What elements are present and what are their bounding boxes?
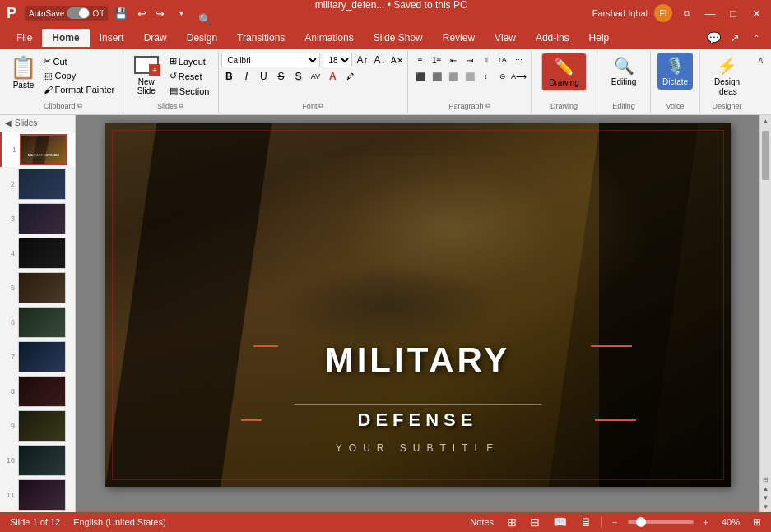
dictate-button[interactable]: 🎙️ Dictate <box>657 53 693 90</box>
paragraph-expand-icon[interactable]: ⧉ <box>485 102 490 110</box>
underline-button[interactable]: U <box>256 69 271 84</box>
tab-transitions[interactable]: Transitions <box>227 29 295 47</box>
search-icon[interactable]: 🔍 <box>197 11 213 27</box>
maximize-button[interactable]: □ <box>725 5 741 21</box>
clipboard-expand-icon[interactable]: ⧉ <box>77 102 82 110</box>
tab-help[interactable]: Help <box>579 29 620 47</box>
section-button[interactable]: ▤ Section <box>166 84 213 98</box>
char-spacing-button[interactable]: AV <box>308 69 323 84</box>
smart-art-convert-button[interactable]: ⋯ <box>512 53 527 67</box>
slide-sorter-button[interactable]: ⊟ <box>527 514 543 530</box>
drawing-button[interactable]: ✏️ Drawing <box>541 53 587 91</box>
tab-insert[interactable]: Insert <box>90 29 134 47</box>
tab-addins[interactable]: Add-ins <box>526 29 579 47</box>
decrease-indent-button[interactable]: ⇤ <box>446 53 461 67</box>
align-center-button[interactable]: ⬛ <box>430 69 444 84</box>
canvas-scrollbar[interactable]: ▲ ⊟ ▲ ▼ ▼ <box>759 115 771 512</box>
increase-indent-button[interactable]: ⇥ <box>462 53 477 67</box>
layout-button[interactable]: ⊞ Layout <box>166 54 213 68</box>
share-button[interactable]: ↗ <box>727 30 743 46</box>
autosave-toggle[interactable] <box>67 7 90 19</box>
language-indicator[interactable]: English (United States) <box>70 516 170 529</box>
customize-qat-button[interactable]: ▼ <box>174 5 190 21</box>
scroll-fit-button[interactable]: ⊟ <box>760 476 772 483</box>
clear-format-button[interactable]: A✕ <box>389 53 404 67</box>
slide-thumbnail[interactable] <box>18 479 66 511</box>
minimize-button[interactable]: — <box>702 5 718 21</box>
slide-item[interactable]: 3 <box>0 201 75 236</box>
undo-button[interactable]: ↩ <box>134 5 151 21</box>
text-direction-button[interactable]: ↕A <box>495 53 510 67</box>
increase-font-button[interactable]: A↑ <box>355 53 369 67</box>
copy-button[interactable]: ⿻ Copy <box>40 69 118 82</box>
tab-view[interactable]: View <box>485 29 526 47</box>
slide-item[interactable]: 11 <box>0 478 75 512</box>
scrollbar-thumb[interactable] <box>762 131 769 180</box>
shadow-button[interactable]: S <box>290 69 305 84</box>
font-name-select[interactable]: Calibri <box>221 53 320 67</box>
autosave-badge[interactable]: AutoSave Off <box>25 6 108 21</box>
tab-file[interactable]: File <box>7 29 42 47</box>
highlight-button[interactable]: 🖍 <box>342 69 357 84</box>
text-shadow-para-button[interactable]: A⟶ <box>512 69 527 84</box>
collapse-ribbon-button[interactable]: ⌃ <box>748 30 764 46</box>
collapse-ribbon-btn[interactable]: ∧ <box>755 53 766 67</box>
slide-thumbnail[interactable] <box>18 376 66 407</box>
close-button[interactable]: ✕ <box>748 5 764 21</box>
slide-item[interactable]: 5 <box>0 271 75 305</box>
paste-button[interactable]: 📋 Paste <box>7 53 39 92</box>
decrease-font-button[interactable]: A↓ <box>372 53 387 67</box>
slides-expand-icon[interactable]: ⧉ <box>179 102 183 110</box>
tab-home[interactable]: Home <box>42 29 89 47</box>
slide-thumbnail[interactable] <box>18 238 66 269</box>
align-right-button[interactable]: ⬛ <box>446 69 461 84</box>
slide-thumbnail[interactable]: MILITARY DEFENSE <box>20 134 67 165</box>
scroll-prev-slide-button[interactable]: ▲ <box>760 485 772 493</box>
tab-animations[interactable]: Animations <box>295 29 363 47</box>
collapse-panel-icon[interactable]: ◀ <box>5 118 12 127</box>
columns-button[interactable]: ⫴ <box>479 53 494 67</box>
align-left-button[interactable]: ⬛ <box>413 69 428 84</box>
slide-thumbnail[interactable] <box>18 341 66 372</box>
slide-canvas[interactable]: MILITARY DEFENSE YOUR SUBTITLE <box>105 123 731 487</box>
zoom-in-button[interactable]: + <box>700 516 712 529</box>
tab-design[interactable]: Design <box>177 29 227 47</box>
slide-thumbnail[interactable] <box>18 272 66 303</box>
canvas-area[interactable]: MILITARY DEFENSE YOUR SUBTITLE <box>76 115 759 512</box>
slide-item[interactable]: 4 <box>0 236 75 271</box>
slide-item[interactable]: 7 <box>0 340 75 374</box>
slide-thumbnail[interactable] <box>18 203 66 234</box>
bullets-button[interactable]: ≡ <box>413 53 428 67</box>
font-size-select[interactable]: 18 <box>323 53 352 67</box>
slide-list[interactable]: 1 MILITARY DEFENSE 2 3 4 5 <box>0 131 75 512</box>
slide-item[interactable]: 1 MILITARY DEFENSE <box>0 132 75 167</box>
bold-button[interactable]: B <box>221 69 236 84</box>
slide-item[interactable]: 10 <box>0 443 75 478</box>
cut-button[interactable]: ✂ Cut <box>40 54 118 68</box>
ribbon-display-button[interactable]: ⧉ <box>679 5 695 21</box>
justify-button[interactable]: ⬛ <box>462 69 477 84</box>
slide-thumbnail[interactable] <box>18 169 66 200</box>
slide-item[interactable]: 8 <box>0 374 75 409</box>
slide-item[interactable]: 2 <box>0 167 75 201</box>
format-painter-button[interactable]: 🖌 Format Painter <box>40 83 118 96</box>
slide-subtitle[interactable]: DEFENSE <box>358 409 478 431</box>
strikethrough-button[interactable]: S <box>273 69 288 84</box>
slide-main-title[interactable]: MILITARY <box>325 340 511 380</box>
font-color-button[interactable]: A <box>325 69 340 84</box>
font-expand-icon[interactable]: ⧉ <box>318 102 323 110</box>
fit-slide-button[interactable]: ⊞ <box>750 515 764 530</box>
design-ideas-button[interactable]: ⚡ DesignIdeas <box>709 53 745 100</box>
zoom-level[interactable]: 40% <box>718 516 743 529</box>
scroll-up-button[interactable]: ▲ <box>760 115 772 127</box>
scroll-down-button[interactable]: ▼ <box>760 501 772 512</box>
slide-thumbnail[interactable] <box>18 307 66 338</box>
slide-item[interactable]: 6 <box>0 305 75 340</box>
reset-button[interactable]: ↺ Reset <box>166 69 213 83</box>
line-spacing-button[interactable]: ↕ <box>479 69 494 84</box>
numbering-button[interactable]: 1≡ <box>430 53 444 67</box>
save-button[interactable]: 💾 <box>113 5 129 21</box>
comments-button[interactable]: 💬 <box>705 30 722 46</box>
redo-button[interactable]: ↪ <box>152 5 169 21</box>
tab-draw[interactable]: Draw <box>134 29 177 47</box>
